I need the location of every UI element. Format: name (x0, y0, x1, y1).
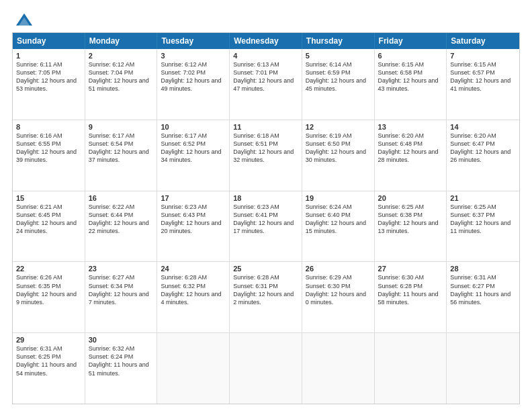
cal-cell-0-4: 5Sunrise: 6:14 AM Sunset: 6:59 PM Daylig… (302, 49, 375, 120)
cal-cell-0-2: 3Sunrise: 6:12 AM Sunset: 7:02 PM Daylig… (157, 49, 230, 120)
cell-info-2: Sunrise: 6:12 AM Sunset: 7:04 PM Dayligh… (89, 60, 154, 93)
cal-cell-2-0: 15Sunrise: 6:21 AM Sunset: 6:45 PM Dayli… (13, 191, 85, 262)
cal-cell-1-3: 11Sunrise: 6:18 AM Sunset: 6:51 PM Dayli… (230, 120, 302, 191)
day-number-13: 13 (378, 123, 443, 131)
cell-info-24: Sunrise: 6:28 AM Sunset: 6:32 PM Dayligh… (161, 273, 226, 306)
cell-info-5: Sunrise: 6:14 AM Sunset: 6:59 PM Dayligh… (306, 60, 371, 93)
day-number-8: 8 (16, 123, 81, 131)
cal-cell-4-4 (302, 333, 375, 404)
cell-info-15: Sunrise: 6:21 AM Sunset: 6:45 PM Dayligh… (16, 203, 81, 236)
cell-info-25: Sunrise: 6:28 AM Sunset: 6:31 PM Dayligh… (233, 273, 298, 306)
cal-cell-0-6: 7Sunrise: 6:15 AM Sunset: 6:57 PM Daylig… (447, 49, 519, 120)
cal-cell-0-1: 2Sunrise: 6:12 AM Sunset: 7:04 PM Daylig… (85, 49, 158, 120)
day-number-14: 14 (450, 123, 516, 131)
day-number-9: 9 (89, 123, 154, 131)
cal-cell-4-1: 30Sunrise: 6:32 AM Sunset: 6:24 PM Dayli… (85, 333, 158, 404)
header-saturday: Saturday (447, 33, 519, 49)
calendar-row-2: 15Sunrise: 6:21 AM Sunset: 6:45 PM Dayli… (13, 191, 519, 262)
day-number-11: 11 (233, 123, 298, 131)
day-number-12: 12 (306, 123, 371, 131)
cal-cell-0-0: 1Sunrise: 6:11 AM Sunset: 7:05 PM Daylig… (13, 49, 85, 120)
cell-info-16: Sunrise: 6:22 AM Sunset: 6:44 PM Dayligh… (89, 203, 154, 236)
logo (12, 12, 34, 26)
cell-info-6: Sunrise: 6:15 AM Sunset: 6:58 PM Dayligh… (378, 60, 443, 93)
cal-cell-3-6: 28Sunrise: 6:31 AM Sunset: 6:27 PM Dayli… (447, 262, 519, 332)
day-number-20: 20 (378, 194, 443, 202)
cell-info-26: Sunrise: 6:29 AM Sunset: 6:30 PM Dayligh… (306, 273, 371, 306)
cell-info-9: Sunrise: 6:17 AM Sunset: 6:54 PM Dayligh… (89, 132, 154, 165)
cal-cell-2-2: 17Sunrise: 6:23 AM Sunset: 6:43 PM Dayli… (157, 191, 230, 262)
header-wednesday: Wednesday (230, 33, 302, 49)
cal-cell-3-0: 22Sunrise: 6:26 AM Sunset: 6:35 PM Dayli… (13, 262, 85, 332)
cal-cell-1-1: 9Sunrise: 6:17 AM Sunset: 6:54 PM Daylig… (85, 120, 158, 191)
day-number-5: 5 (306, 52, 371, 60)
day-number-10: 10 (161, 123, 226, 131)
day-number-19: 19 (306, 194, 371, 202)
day-number-22: 22 (16, 265, 81, 273)
cell-info-13: Sunrise: 6:20 AM Sunset: 6:48 PM Dayligh… (378, 132, 443, 165)
day-number-3: 3 (161, 52, 226, 60)
cell-info-4: Sunrise: 6:13 AM Sunset: 7:01 PM Dayligh… (233, 60, 298, 93)
calendar: Sunday Monday Tuesday Wednesday Thursday… (12, 32, 520, 404)
cal-cell-1-2: 10Sunrise: 6:17 AM Sunset: 6:52 PM Dayli… (157, 120, 230, 191)
day-number-29: 29 (16, 336, 81, 344)
cal-cell-3-4: 26Sunrise: 6:29 AM Sunset: 6:30 PM Dayli… (302, 262, 375, 332)
day-number-27: 27 (378, 265, 443, 273)
cal-cell-0-3: 4Sunrise: 6:13 AM Sunset: 7:01 PM Daylig… (230, 49, 302, 120)
cal-cell-1-6: 14Sunrise: 6:20 AM Sunset: 6:47 PM Dayli… (447, 120, 519, 191)
cell-info-7: Sunrise: 6:15 AM Sunset: 6:57 PM Dayligh… (450, 60, 516, 93)
cal-cell-1-0: 8Sunrise: 6:16 AM Sunset: 6:55 PM Daylig… (13, 120, 85, 191)
day-number-6: 6 (378, 52, 443, 60)
cell-info-30: Sunrise: 6:32 AM Sunset: 6:24 PM Dayligh… (89, 345, 154, 377)
calendar-row-4: 29Sunrise: 6:31 AM Sunset: 6:25 PM Dayli… (13, 332, 519, 404)
cell-info-23: Sunrise: 6:27 AM Sunset: 6:34 PM Dayligh… (89, 273, 154, 306)
cal-cell-2-5: 20Sunrise: 6:25 AM Sunset: 6:38 PM Dayli… (375, 191, 447, 262)
cell-info-14: Sunrise: 6:20 AM Sunset: 6:47 PM Dayligh… (450, 132, 516, 165)
day-number-24: 24 (161, 265, 226, 273)
calendar-page: Sunday Monday Tuesday Wednesday Thursday… (0, 0, 532, 411)
cell-info-21: Sunrise: 6:25 AM Sunset: 6:37 PM Dayligh… (450, 203, 516, 236)
cal-cell-2-3: 18Sunrise: 6:23 AM Sunset: 6:41 PM Dayli… (230, 191, 302, 262)
cal-cell-2-6: 21Sunrise: 6:25 AM Sunset: 6:37 PM Dayli… (447, 191, 519, 262)
cell-info-19: Sunrise: 6:24 AM Sunset: 6:40 PM Dayligh… (306, 203, 371, 236)
cell-info-17: Sunrise: 6:23 AM Sunset: 6:43 PM Dayligh… (161, 203, 226, 236)
header (12, 12, 520, 26)
header-friday: Friday (375, 33, 447, 49)
cal-cell-3-2: 24Sunrise: 6:28 AM Sunset: 6:32 PM Dayli… (157, 262, 230, 332)
cal-cell-1-4: 12Sunrise: 6:19 AM Sunset: 6:50 PM Dayli… (302, 120, 375, 191)
day-number-2: 2 (89, 52, 154, 60)
day-number-28: 28 (450, 265, 516, 273)
calendar-body: 1Sunrise: 6:11 AM Sunset: 7:05 PM Daylig… (13, 49, 519, 404)
day-number-23: 23 (89, 265, 154, 273)
header-monday: Monday (85, 33, 158, 49)
cal-cell-3-5: 27Sunrise: 6:30 AM Sunset: 6:28 PM Dayli… (375, 262, 447, 332)
cell-info-22: Sunrise: 6:26 AM Sunset: 6:35 PM Dayligh… (16, 273, 81, 306)
cell-info-29: Sunrise: 6:31 AM Sunset: 6:25 PM Dayligh… (16, 345, 81, 377)
header-tuesday: Tuesday (157, 33, 230, 49)
cal-cell-3-1: 23Sunrise: 6:27 AM Sunset: 6:34 PM Dayli… (85, 262, 158, 332)
cal-cell-4-3 (230, 333, 302, 404)
day-number-1: 1 (16, 52, 81, 60)
cell-info-18: Sunrise: 6:23 AM Sunset: 6:41 PM Dayligh… (233, 203, 298, 236)
cell-info-3: Sunrise: 6:12 AM Sunset: 7:02 PM Dayligh… (161, 60, 226, 93)
day-number-18: 18 (233, 194, 298, 202)
day-number-26: 26 (306, 265, 371, 273)
cell-info-28: Sunrise: 6:31 AM Sunset: 6:27 PM Dayligh… (450, 273, 516, 306)
cal-cell-0-5: 6Sunrise: 6:15 AM Sunset: 6:58 PM Daylig… (375, 49, 447, 120)
cal-cell-4-2 (157, 333, 230, 404)
calendar-header: Sunday Monday Tuesday Wednesday Thursday… (13, 33, 519, 49)
cell-info-11: Sunrise: 6:18 AM Sunset: 6:51 PM Dayligh… (233, 132, 298, 165)
cell-info-8: Sunrise: 6:16 AM Sunset: 6:55 PM Dayligh… (16, 132, 81, 165)
cal-cell-3-3: 25Sunrise: 6:28 AM Sunset: 6:31 PM Dayli… (230, 262, 302, 332)
cal-cell-4-5 (375, 333, 447, 404)
cell-info-20: Sunrise: 6:25 AM Sunset: 6:38 PM Dayligh… (378, 203, 443, 236)
day-number-21: 21 (450, 194, 516, 202)
day-number-15: 15 (16, 194, 81, 202)
day-number-4: 4 (233, 52, 298, 60)
cal-cell-1-5: 13Sunrise: 6:20 AM Sunset: 6:48 PM Dayli… (375, 120, 447, 191)
cell-info-1: Sunrise: 6:11 AM Sunset: 7:05 PM Dayligh… (16, 60, 81, 93)
calendar-row-0: 1Sunrise: 6:11 AM Sunset: 7:05 PM Daylig… (13, 49, 519, 120)
cal-cell-2-1: 16Sunrise: 6:22 AM Sunset: 6:44 PM Dayli… (85, 191, 158, 262)
cell-info-27: Sunrise: 6:30 AM Sunset: 6:28 PM Dayligh… (378, 273, 443, 306)
calendar-row-3: 22Sunrise: 6:26 AM Sunset: 6:35 PM Dayli… (13, 261, 519, 332)
